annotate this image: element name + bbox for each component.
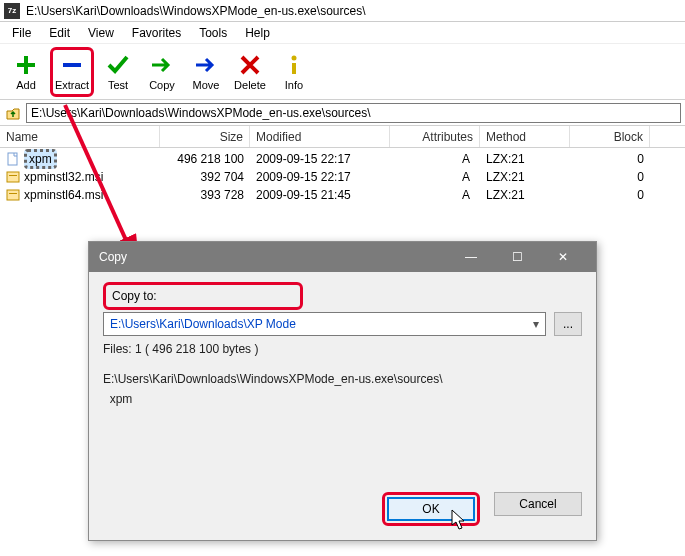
file-attr: A — [390, 170, 480, 184]
file-block: 0 — [570, 170, 650, 184]
cancel-button[interactable]: Cancel — [494, 492, 582, 516]
file-method: LZX:21 — [480, 170, 570, 184]
address-input[interactable]: E:\Users\Kari\Downloads\WindowsXPMode_en… — [26, 103, 681, 123]
file-row[interactable]: xpminstl64.msi 393 728 2009-09-15 21:45 … — [0, 186, 685, 204]
msi-icon — [6, 188, 20, 202]
svg-point-3 — [292, 55, 297, 60]
file-icon — [6, 152, 20, 166]
msi-icon — [6, 170, 20, 184]
minimize-icon: — — [465, 250, 477, 264]
file-name: xpm — [24, 149, 57, 169]
file-block: 0 — [570, 152, 650, 166]
move-label: Move — [193, 79, 220, 91]
file-size: 496 218 100 — [160, 152, 250, 166]
x-icon — [238, 53, 262, 77]
menu-file[interactable]: File — [4, 24, 39, 42]
copy-button[interactable]: Copy — [140, 47, 184, 97]
browse-button[interactable]: ... — [554, 312, 582, 336]
close-button[interactable]: ✕ — [540, 242, 586, 272]
minus-icon — [60, 53, 84, 77]
delete-button[interactable]: Delete — [228, 47, 272, 97]
column-headers: Name Size Modified Attributes Method Blo… — [0, 126, 685, 148]
svg-rect-4 — [292, 63, 296, 74]
close-icon: ✕ — [558, 250, 568, 264]
copy-dialog: Copy — ☐ ✕ Copy to: E:\Users\Kari\Downlo… — [88, 241, 597, 541]
info-icon — [282, 53, 306, 77]
svg-rect-9 — [9, 193, 17, 194]
maximize-icon: ☐ — [512, 250, 523, 264]
menu-edit[interactable]: Edit — [41, 24, 78, 42]
copy-label: Copy — [149, 79, 175, 91]
file-modified: 2009-09-15 21:45 — [250, 188, 390, 202]
move-button[interactable]: Move — [184, 47, 228, 97]
test-button[interactable]: Test — [96, 47, 140, 97]
plus-icon — [14, 53, 38, 77]
extract-label: Extract — [55, 79, 89, 91]
address-path: E:\Users\Kari\Downloads\WindowsXPMode_en… — [31, 106, 370, 120]
copy-to-label: Copy to: — [112, 289, 157, 303]
chevron-down-icon: ▾ — [533, 317, 539, 331]
menu-help[interactable]: Help — [237, 24, 278, 42]
file-method: LZX:21 — [480, 188, 570, 202]
info-label: Info — [285, 79, 303, 91]
file-row[interactable]: xpm 496 218 100 2009-09-15 22:17 A LZX:2… — [0, 150, 685, 168]
dialog-title: Copy — [99, 250, 127, 264]
maximize-button[interactable]: ☐ — [494, 242, 540, 272]
files-summary: Files: 1 ( 496 218 100 bytes ) — [103, 342, 582, 356]
destination-combo[interactable]: E:\Users\Kari\Downloads\XP Mode ▾ — [103, 312, 546, 336]
column-size[interactable]: Size — [160, 126, 250, 147]
add-label: Add — [16, 79, 36, 91]
menu-view[interactable]: View — [80, 24, 122, 42]
up-folder-icon[interactable] — [4, 104, 22, 122]
file-size: 393 728 — [160, 188, 250, 202]
column-block[interactable]: Block — [570, 126, 650, 147]
svg-rect-6 — [7, 172, 19, 182]
file-block: 0 — [570, 188, 650, 202]
delete-label: Delete — [234, 79, 266, 91]
dialog-titlebar[interactable]: Copy — ☐ ✕ — [89, 242, 596, 272]
window-title: E:\Users\Kari\Downloads\WindowsXPMode_en… — [26, 4, 365, 18]
source-path: E:\Users\Kari\Downloads\WindowsXPMode_en… — [103, 372, 582, 386]
ok-button[interactable]: OK — [387, 497, 475, 521]
file-method: LZX:21 — [480, 152, 570, 166]
file-name: xpminstl64.msi — [24, 188, 103, 202]
add-button[interactable]: Add — [4, 47, 48, 97]
title-bar: 7z E:\Users\Kari\Downloads\WindowsXPMode… — [0, 0, 685, 22]
extract-button[interactable]: Extract — [50, 47, 94, 97]
file-name: xpminstl32.msi — [24, 170, 103, 184]
address-bar: E:\Users\Kari\Downloads\WindowsXPMode_en… — [0, 100, 685, 126]
svg-rect-2 — [63, 63, 81, 67]
info-button[interactable]: Info — [272, 47, 316, 97]
file-attr: A — [390, 188, 480, 202]
column-modified[interactable]: Modified — [250, 126, 390, 147]
arrow-right-green-icon — [150, 53, 174, 77]
file-row[interactable]: xpminstl32.msi 392 704 2009-09-15 22:17 … — [0, 168, 685, 186]
menu-tools[interactable]: Tools — [191, 24, 235, 42]
file-modified: 2009-09-15 22:17 — [250, 152, 390, 166]
column-method[interactable]: Method — [480, 126, 570, 147]
svg-rect-1 — [17, 63, 35, 67]
file-attr: A — [390, 152, 480, 166]
app-icon-7z: 7z — [4, 3, 20, 19]
menu-favorites[interactable]: Favorites — [124, 24, 189, 42]
test-label: Test — [108, 79, 128, 91]
check-icon — [106, 53, 130, 77]
file-size: 392 704 — [160, 170, 250, 184]
column-name[interactable]: Name — [0, 126, 160, 147]
toolbar: Add Extract Test Copy Move Delete Info — [0, 44, 685, 100]
svg-rect-7 — [9, 175, 17, 176]
source-file: xpm — [103, 392, 582, 406]
file-modified: 2009-09-15 22:17 — [250, 170, 390, 184]
svg-rect-8 — [7, 190, 19, 200]
arrow-right-blue-icon — [194, 53, 218, 77]
column-attributes[interactable]: Attributes — [390, 126, 480, 147]
menu-bar: File Edit View Favorites Tools Help — [0, 22, 685, 44]
destination-path: E:\Users\Kari\Downloads\XP Mode — [110, 317, 296, 331]
svg-rect-5 — [8, 153, 17, 165]
minimize-button[interactable]: — — [448, 242, 494, 272]
file-list[interactable]: xpm 496 218 100 2009-09-15 22:17 A LZX:2… — [0, 148, 685, 204]
